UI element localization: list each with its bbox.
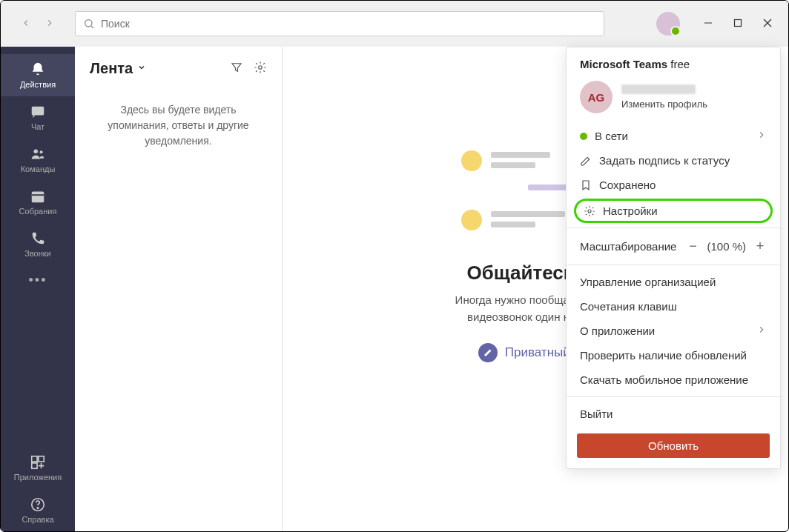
status-label: В сети <box>595 130 628 142</box>
chevron-down-icon[interactable] <box>137 63 146 74</box>
svg-point-19 <box>588 210 591 213</box>
apps-icon <box>30 454 46 471</box>
appbar-teams[interactable]: Команды <box>1 139 75 181</box>
title-bar <box>1 1 788 47</box>
presence-available-icon <box>580 133 587 140</box>
set-status-label: Задать подпись к статусу <box>599 154 730 167</box>
svg-rect-6 <box>32 107 44 116</box>
app-bar: Действия Чат Команды Собрания Звонки •••… <box>1 47 75 531</box>
svg-line-1 <box>91 26 93 28</box>
edit-profile-link[interactable]: Изменить профиль <box>621 99 707 110</box>
zoom-row: Масштабирование − (100 %) + <box>567 233 780 260</box>
avatar: AG <box>580 81 613 113</box>
sign-out[interactable]: Выйти <box>567 402 780 426</box>
saved-label: Сохранено <box>599 179 656 191</box>
appbar-chat[interactable]: Чат <box>1 96 75 139</box>
feed-empty-text: Здесь вы будете видеть упоминания, ответ… <box>75 87 282 164</box>
dropdown-brand: Microsoft Teams free <box>567 47 780 73</box>
svg-rect-13 <box>32 463 37 468</box>
appbar-activity[interactable]: Действия <box>1 54 75 96</box>
divider <box>567 227 780 228</box>
org-management[interactable]: Управление организацией <box>567 270 780 294</box>
bookmark-icon <box>580 179 592 191</box>
chevron-right-icon <box>756 130 767 142</box>
nav-back-icon[interactable] <box>21 18 31 30</box>
nav-arrows <box>1 18 75 30</box>
user-name-redacted <box>621 84 696 94</box>
more-icon: ••• <box>29 273 47 287</box>
svg-point-17 <box>37 508 38 508</box>
window-close-icon[interactable] <box>763 18 772 30</box>
svg-rect-9 <box>32 192 44 203</box>
keyboard-shortcuts[interactable]: Сочетания клавиш <box>567 294 780 319</box>
svg-point-8 <box>40 150 43 153</box>
download-mobile[interactable]: Скачать мобильное приложение <box>567 368 780 392</box>
set-status-message[interactable]: Задать подпись к статусу <box>567 148 780 173</box>
svg-point-7 <box>34 150 39 154</box>
zoom-label: Масштабирование <box>580 240 676 253</box>
zoom-out-button[interactable]: − <box>683 239 702 254</box>
saved-items[interactable]: Сохранено <box>567 173 780 197</box>
appbar-calls[interactable]: Звонки <box>1 223 75 265</box>
user-avatar-button[interactable] <box>656 12 680 36</box>
zoom-value: (100 %) <box>702 240 750 253</box>
divider <box>567 265 780 265</box>
chevron-right-icon <box>756 325 767 337</box>
profile-dropdown: Microsoft Teams free AG Изменить профиль… <box>566 47 781 469</box>
search-icon <box>83 18 95 30</box>
feed-title[interactable]: Лента <box>90 60 133 77</box>
gear-icon <box>584 205 595 217</box>
window-controls <box>695 18 781 30</box>
feed-panel: Лента Здесь вы будете видеть упоминания,… <box>75 47 283 531</box>
appbar-meetings[interactable]: Собрания <box>1 181 75 223</box>
svg-point-0 <box>85 20 92 27</box>
zoom-in-button[interactable]: + <box>750 239 770 254</box>
nav-forward-icon[interactable] <box>44 18 55 30</box>
appbar-label: Звонки <box>24 249 51 258</box>
divider <box>567 396 780 397</box>
svg-rect-3 <box>735 20 742 27</box>
about-app[interactable]: О приложении <box>567 319 780 343</box>
teams-icon <box>30 146 46 162</box>
appbar-more[interactable]: ••• <box>1 265 75 296</box>
dropdown-profile-row: AG Изменить профиль <box>567 73 780 124</box>
appbar-help[interactable]: Справка <box>1 489 75 531</box>
filter-icon[interactable] <box>230 61 243 77</box>
window-minimize-icon[interactable] <box>704 18 713 30</box>
svg-point-18 <box>259 65 263 69</box>
chat-icon <box>30 104 46 120</box>
appbar-label: Собрания <box>19 207 57 216</box>
window-maximize-icon[interactable] <box>733 18 742 30</box>
edit-icon <box>580 155 592 167</box>
settings-item[interactable]: Настройки <box>574 199 773 223</box>
appbar-label: Справка <box>22 515 53 524</box>
appbar-label: Действия <box>20 80 56 89</box>
calendar-icon <box>30 188 46 205</box>
check-updates[interactable]: Проверить наличие обновлений <box>567 343 780 368</box>
appbar-label: Приложения <box>14 473 62 482</box>
svg-rect-12 <box>39 456 44 462</box>
phone-icon <box>30 230 46 247</box>
appbar-label: Команды <box>21 164 56 173</box>
feed-header: Лента <box>75 47 282 87</box>
search-input[interactable] <box>101 18 596 30</box>
compose-icon <box>478 343 498 362</box>
svg-rect-11 <box>32 456 37 462</box>
appbar-apps[interactable]: Приложения <box>1 447 75 489</box>
status-online[interactable]: В сети <box>567 124 780 148</box>
upgrade-button[interactable]: Обновить <box>577 433 770 458</box>
bell-icon <box>30 61 46 78</box>
search-box[interactable] <box>75 11 604 36</box>
gear-icon[interactable] <box>254 61 267 77</box>
settings-label: Настройки <box>603 205 658 217</box>
appbar-label: Чат <box>31 122 44 131</box>
help-icon <box>30 496 46 513</box>
